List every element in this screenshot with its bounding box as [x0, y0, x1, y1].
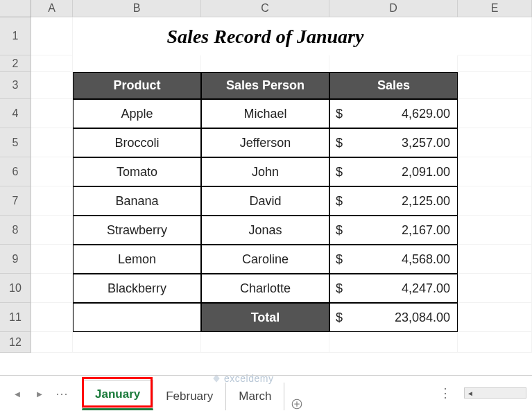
cell-E7[interactable] — [458, 186, 532, 216]
cell-E5[interactable] — [458, 128, 532, 157]
col-header-B[interactable]: B — [73, 0, 201, 17]
row-header-9[interactable]: 9 — [0, 245, 31, 274]
cell-product-3[interactable]: Banana — [73, 186, 201, 216]
tab-scroll-next[interactable]: ► — [29, 381, 50, 406]
header-sales[interactable]: Sales — [329, 72, 458, 99]
cell-person-4[interactable]: Jonas — [201, 216, 329, 245]
cell-A9[interactable] — [31, 245, 73, 274]
row-header-3[interactable]: 3 — [0, 72, 31, 99]
select-all-corner[interactable] — [0, 0, 31, 17]
tab-march[interactable]: March — [226, 383, 284, 410]
col-header-D[interactable]: D — [329, 0, 458, 17]
cell-product-1[interactable]: Broccoli — [73, 128, 201, 157]
row-header-1[interactable]: 1 — [0, 17, 31, 55]
cell-D2[interactable] — [329, 55, 458, 72]
cell-B2[interactable] — [73, 55, 201, 72]
currency-symbol: $ — [336, 107, 345, 121]
page-title: Sales Record of January — [167, 26, 364, 48]
cell-product-5[interactable]: Lemon — [73, 245, 201, 274]
cell-B11[interactable] — [73, 303, 201, 332]
cell-A11[interactable] — [31, 303, 73, 332]
tab-february[interactable]: February — [153, 383, 226, 410]
tab-january[interactable]: January — [82, 380, 153, 410]
cell-product-6[interactable]: Blackberry — [73, 274, 201, 303]
row-header-4[interactable]: 4 — [0, 99, 31, 128]
row-header-6[interactable]: 6 — [0, 157, 31, 186]
row-header-2[interactable]: 2 — [0, 55, 31, 72]
row-header-11[interactable]: 11 — [0, 303, 31, 332]
cell-A8[interactable] — [31, 216, 73, 245]
sheet-tabs: January February March — [82, 377, 309, 410]
tab-scroll-menu[interactable]: ⋯ — [51, 381, 72, 406]
spreadsheet-grid: A B C D E 1 Sales Record of January 2 3 … — [0, 0, 532, 353]
sales-amount: 4,568.00 — [402, 252, 450, 267]
col-header-E[interactable]: E — [458, 0, 532, 17]
cell-A7[interactable] — [31, 186, 73, 216]
cell-E11[interactable] — [458, 303, 532, 332]
total-value[interactable]: $23,084.00 — [329, 303, 458, 332]
scroll-left-icon[interactable]: ◄ — [465, 390, 476, 397]
cell-person-6[interactable]: Charlotte — [201, 274, 329, 303]
cell-person-2[interactable]: John — [201, 157, 329, 186]
row-header-7[interactable]: 7 — [0, 186, 31, 216]
cell-sales-0[interactable]: $4,629.00 — [329, 99, 458, 128]
currency-symbol: $ — [336, 194, 345, 209]
cell-E6[interactable] — [458, 157, 532, 186]
cell-E2[interactable] — [458, 55, 532, 72]
cell-A12[interactable] — [31, 332, 73, 353]
currency-symbol: $ — [336, 281, 345, 296]
currency-symbol: $ — [336, 165, 345, 180]
cell-person-5[interactable]: Caroline — [201, 245, 329, 274]
currency-symbol: $ — [336, 136, 345, 150]
row-header-10[interactable]: 10 — [0, 274, 31, 303]
tab-scroll-prev[interactable]: ◄ — [7, 381, 28, 406]
cell-E12[interactable] — [458, 332, 532, 353]
cell-sales-2[interactable]: $2,091.00 — [329, 157, 458, 186]
total-amount: 23,084.00 — [395, 311, 450, 325]
cell-sales-6[interactable]: $4,247.00 — [329, 274, 458, 303]
sales-amount: 4,247.00 — [402, 281, 450, 296]
cell-product-2[interactable]: Tomato — [73, 157, 201, 186]
cell-sales-5[interactable]: $4,568.00 — [329, 245, 458, 274]
cell-C2[interactable] — [201, 55, 329, 72]
col-header-A[interactable]: A — [31, 0, 73, 17]
cell-B12[interactable] — [73, 332, 201, 353]
cell-sales-3[interactable]: $2,125.00 — [329, 186, 458, 216]
cell-E3[interactable] — [458, 72, 532, 99]
total-label[interactable]: Total — [201, 303, 329, 332]
cell-A6[interactable] — [31, 157, 73, 186]
sheet-tab-bar: ◄ ► ⋯ January February March ⋮ ◄ — [0, 375, 532, 411]
cell-sales-1[interactable]: $3,257.00 — [329, 128, 458, 157]
cell-E8[interactable] — [458, 216, 532, 245]
cell-E1[interactable] — [458, 17, 532, 55]
row-header-12[interactable]: 12 — [0, 332, 31, 353]
row-header-8[interactable]: 8 — [0, 216, 31, 245]
cell-E4[interactable] — [458, 99, 532, 128]
row-header-5[interactable]: 5 — [0, 128, 31, 157]
cell-E9[interactable] — [458, 245, 532, 274]
cell-A2[interactable] — [31, 55, 73, 72]
cell-C12[interactable] — [201, 332, 329, 353]
cell-A4[interactable] — [31, 99, 73, 128]
cell-person-1[interactable]: Jefferson — [201, 128, 329, 157]
cell-A3[interactable] — [31, 72, 73, 99]
title-cell[interactable]: Sales Record of January — [73, 17, 458, 55]
new-sheet-button[interactable] — [284, 398, 309, 410]
header-product[interactable]: Product — [73, 72, 201, 99]
cell-A1[interactable] — [31, 17, 73, 55]
cell-sales-4[interactable]: $2,167.00 — [329, 216, 458, 245]
tab-options-icon[interactable]: ⋮ — [439, 385, 453, 401]
header-person[interactable]: Sales Person — [201, 72, 329, 99]
sales-amount: 2,125.00 — [402, 194, 450, 209]
col-header-C[interactable]: C — [201, 0, 329, 17]
cell-A10[interactable] — [31, 274, 73, 303]
sales-amount: 3,257.00 — [402, 136, 450, 150]
cell-E10[interactable] — [458, 274, 532, 303]
cell-person-3[interactable]: David — [201, 186, 329, 216]
cell-person-0[interactable]: Michael — [201, 99, 329, 128]
horizontal-scrollbar[interactable]: ◄ — [464, 387, 526, 399]
cell-product-0[interactable]: Apple — [73, 99, 201, 128]
cell-A5[interactable] — [31, 128, 73, 157]
cell-D12[interactable] — [329, 332, 458, 353]
cell-product-4[interactable]: Strawberry — [73, 216, 201, 245]
